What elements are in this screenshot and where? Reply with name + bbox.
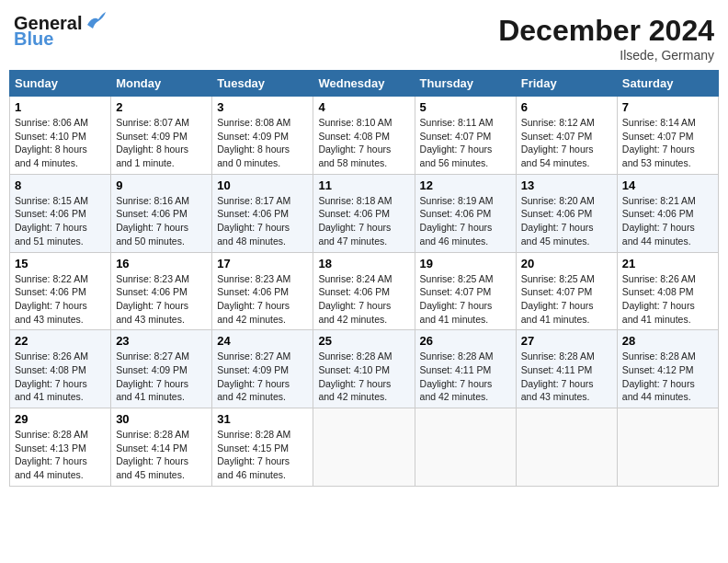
calendar-cell: 19Sunrise: 8:25 AMSunset: 4:07 PMDayligh… — [415, 252, 516, 330]
calendar-cell: 31Sunrise: 8:28 AMSunset: 4:15 PMDayligh… — [212, 408, 313, 487]
day-number: 27 — [521, 334, 612, 348]
day-info: Sunrise: 8:23 AMSunset: 4:06 PMDaylight:… — [217, 272, 308, 327]
day-header-thursday: Thursday — [415, 71, 516, 97]
day-header-wednesday: Wednesday — [313, 71, 415, 97]
day-info: Sunrise: 8:18 AMSunset: 4:06 PMDaylight:… — [318, 194, 409, 248]
calendar-cell: 26Sunrise: 8:28 AMSunset: 4:11 PMDayligh… — [415, 330, 516, 408]
day-number: 18 — [318, 257, 409, 270]
calendar-cell: 12Sunrise: 8:19 AMSunset: 4:06 PMDayligh… — [415, 174, 516, 252]
day-number: 21 — [622, 257, 713, 270]
page-header: General Blue December 2024 Ilsede, Germa… — [9, 9, 719, 63]
calendar-cell: 21Sunrise: 8:26 AMSunset: 4:08 PMDayligh… — [617, 252, 718, 330]
day-number: 29 — [15, 412, 106, 426]
day-info: Sunrise: 8:28 AMSunset: 4:10 PMDaylight:… — [318, 350, 409, 404]
day-number: 11 — [318, 178, 409, 192]
day-number: 7 — [622, 100, 713, 114]
day-number: 1 — [15, 100, 106, 114]
calendar-week-5: 29Sunrise: 8:28 AMSunset: 4:13 PMDayligh… — [10, 408, 719, 487]
calendar-cell — [617, 408, 718, 487]
calendar-cell: 3Sunrise: 8:08 AMSunset: 4:09 PMDaylight… — [212, 97, 313, 175]
day-info: Sunrise: 8:25 AMSunset: 4:07 PMDaylight:… — [420, 272, 511, 327]
day-header-sunday: Sunday — [10, 71, 111, 97]
day-info: Sunrise: 8:28 AMSunset: 4:13 PMDaylight:… — [15, 428, 106, 482]
calendar-cell: 8Sunrise: 8:15 AMSunset: 4:06 PMDaylight… — [10, 174, 111, 252]
logo-blue: Blue — [14, 29, 53, 50]
calendar-cell: 1Sunrise: 8:06 AMSunset: 4:10 PMDaylight… — [10, 97, 111, 175]
day-info: Sunrise: 8:19 AMSunset: 4:06 PMDaylight:… — [420, 194, 511, 248]
calendar-cell: 15Sunrise: 8:22 AMSunset: 4:06 PMDayligh… — [10, 252, 111, 330]
day-header-monday: Monday — [111, 71, 212, 97]
calendar-cell: 20Sunrise: 8:25 AMSunset: 4:07 PMDayligh… — [516, 252, 617, 330]
day-info: Sunrise: 8:11 AMSunset: 4:07 PMDaylight:… — [420, 116, 511, 170]
day-info: Sunrise: 8:28 AMSunset: 4:15 PMDaylight:… — [217, 428, 308, 482]
calendar-cell: 11Sunrise: 8:18 AMSunset: 4:06 PMDayligh… — [313, 174, 415, 252]
day-number: 31 — [217, 412, 308, 426]
day-info: Sunrise: 8:07 AMSunset: 4:09 PMDaylight:… — [116, 116, 207, 170]
calendar-cell: 30Sunrise: 8:28 AMSunset: 4:14 PMDayligh… — [111, 408, 212, 487]
day-info: Sunrise: 8:28 AMSunset: 4:12 PMDaylight:… — [622, 350, 713, 404]
calendar-header-row: SundayMondayTuesdayWednesdayThursdayFrid… — [10, 71, 719, 97]
title-block: December 2024 Ilsede, Germany — [498, 14, 714, 63]
day-info: Sunrise: 8:26 AMSunset: 4:08 PMDaylight:… — [622, 272, 713, 327]
day-info: Sunrise: 8:14 AMSunset: 4:07 PMDaylight:… — [622, 116, 713, 170]
day-header-tuesday: Tuesday — [212, 71, 313, 97]
month-title: December 2024 — [498, 14, 714, 48]
calendar-cell: 27Sunrise: 8:28 AMSunset: 4:11 PMDayligh… — [516, 330, 617, 408]
calendar-cell: 2Sunrise: 8:07 AMSunset: 4:09 PMDaylight… — [111, 97, 212, 175]
day-number: 20 — [521, 257, 612, 270]
day-info: Sunrise: 8:12 AMSunset: 4:07 PMDaylight:… — [521, 116, 612, 170]
calendar-week-4: 22Sunrise: 8:26 AMSunset: 4:08 PMDayligh… — [10, 330, 719, 408]
calendar-cell: 9Sunrise: 8:16 AMSunset: 4:06 PMDaylight… — [111, 174, 212, 252]
day-info: Sunrise: 8:27 AMSunset: 4:09 PMDaylight:… — [116, 350, 207, 404]
calendar-week-3: 15Sunrise: 8:22 AMSunset: 4:06 PMDayligh… — [10, 252, 719, 330]
calendar-table: SundayMondayTuesdayWednesdayThursdayFrid… — [9, 70, 719, 487]
calendar-week-2: 8Sunrise: 8:15 AMSunset: 4:06 PMDaylight… — [10, 174, 719, 252]
day-number: 16 — [116, 257, 207, 270]
calendar-cell: 22Sunrise: 8:26 AMSunset: 4:08 PMDayligh… — [10, 330, 111, 408]
day-info: Sunrise: 8:21 AMSunset: 4:06 PMDaylight:… — [622, 194, 713, 248]
day-info: Sunrise: 8:28 AMSunset: 4:11 PMDaylight:… — [420, 350, 511, 404]
day-number: 14 — [622, 178, 713, 192]
day-number: 13 — [521, 178, 612, 192]
day-info: Sunrise: 8:25 AMSunset: 4:07 PMDaylight:… — [521, 272, 612, 327]
calendar-cell: 7Sunrise: 8:14 AMSunset: 4:07 PMDaylight… — [617, 97, 718, 175]
calendar-cell: 18Sunrise: 8:24 AMSunset: 4:06 PMDayligh… — [313, 252, 415, 330]
day-info: Sunrise: 8:27 AMSunset: 4:09 PMDaylight:… — [217, 350, 308, 404]
day-number: 2 — [116, 100, 207, 114]
calendar-cell: 14Sunrise: 8:21 AMSunset: 4:06 PMDayligh… — [617, 174, 718, 252]
day-number: 25 — [318, 334, 409, 348]
calendar-cell: 4Sunrise: 8:10 AMSunset: 4:08 PMDaylight… — [313, 97, 415, 175]
day-info: Sunrise: 8:15 AMSunset: 4:06 PMDaylight:… — [15, 194, 106, 248]
calendar-cell — [313, 408, 415, 487]
location: Ilsede, Germany — [498, 48, 714, 63]
day-number: 17 — [217, 257, 308, 270]
day-number: 10 — [217, 178, 308, 192]
calendar-week-1: 1Sunrise: 8:06 AMSunset: 4:10 PMDaylight… — [10, 97, 719, 175]
day-info: Sunrise: 8:22 AMSunset: 4:06 PMDaylight:… — [15, 272, 106, 327]
day-number: 15 — [15, 257, 106, 270]
day-number: 22 — [15, 334, 106, 348]
calendar-cell — [415, 408, 516, 487]
day-info: Sunrise: 8:10 AMSunset: 4:08 PMDaylight:… — [318, 116, 409, 170]
calendar-cell: 16Sunrise: 8:23 AMSunset: 4:06 PMDayligh… — [111, 252, 212, 330]
day-info: Sunrise: 8:26 AMSunset: 4:08 PMDaylight:… — [15, 350, 106, 404]
day-info: Sunrise: 8:16 AMSunset: 4:06 PMDaylight:… — [116, 194, 207, 248]
day-number: 23 — [116, 334, 207, 348]
calendar-cell: 29Sunrise: 8:28 AMSunset: 4:13 PMDayligh… — [10, 408, 111, 487]
day-number: 24 — [217, 334, 308, 348]
calendar-cell — [516, 408, 617, 487]
calendar-cell: 25Sunrise: 8:28 AMSunset: 4:10 PMDayligh… — [313, 330, 415, 408]
calendar-cell: 24Sunrise: 8:27 AMSunset: 4:09 PMDayligh… — [212, 330, 313, 408]
day-number: 6 — [521, 100, 612, 114]
day-info: Sunrise: 8:28 AMSunset: 4:14 PMDaylight:… — [116, 428, 207, 482]
calendar-cell: 23Sunrise: 8:27 AMSunset: 4:09 PMDayligh… — [111, 330, 212, 408]
calendar-cell: 28Sunrise: 8:28 AMSunset: 4:12 PMDayligh… — [617, 330, 718, 408]
logo-bird-icon — [85, 12, 106, 29]
day-number: 12 — [420, 178, 511, 192]
day-header-friday: Friday — [516, 71, 617, 97]
calendar-cell: 17Sunrise: 8:23 AMSunset: 4:06 PMDayligh… — [212, 252, 313, 330]
day-info: Sunrise: 8:06 AMSunset: 4:10 PMDaylight:… — [15, 116, 106, 170]
day-info: Sunrise: 8:28 AMSunset: 4:11 PMDaylight:… — [521, 350, 612, 404]
day-info: Sunrise: 8:08 AMSunset: 4:09 PMDaylight:… — [217, 116, 308, 170]
day-number: 3 — [217, 100, 308, 114]
